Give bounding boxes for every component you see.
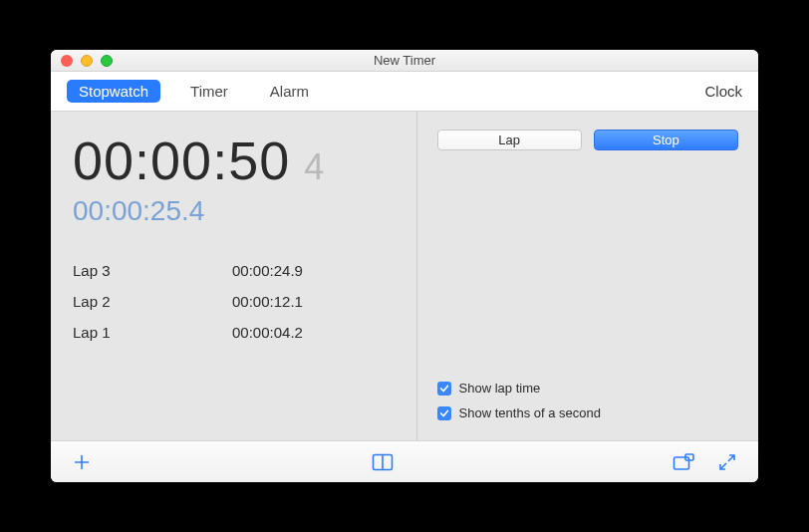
stop-button[interactable]: Stop: [594, 130, 738, 150]
toolbar: Stopwatch Timer Alarm Clock: [51, 72, 758, 112]
elapsed-time: 00:00:50: [73, 130, 290, 191]
controls-panel: Lap Stop Show lap time Show tenths of a …: [417, 112, 758, 440]
close-icon[interactable]: [61, 55, 73, 67]
window-controls: [61, 55, 113, 67]
lap-label: Lap 1: [73, 324, 232, 341]
picture-in-picture-icon[interactable]: [669, 447, 698, 477]
lap-row: Lap 1 00:00:04.2: [73, 317, 399, 348]
tab-clock[interactable]: Clock: [704, 83, 742, 100]
elapsed-time-row: 00:00:50 4: [73, 130, 399, 191]
lap-button[interactable]: Lap: [437, 130, 582, 150]
current-lap-time: 00:00:25.4: [73, 195, 399, 227]
lap-list: Lap 3 00:00:24.9 Lap 2 00:00:12.1 Lap 1 …: [73, 255, 399, 348]
tab-stopwatch[interactable]: Stopwatch: [67, 80, 160, 103]
minimize-icon[interactable]: [81, 55, 93, 67]
footer-toolbar: [51, 440, 758, 482]
svg-line-6: [728, 455, 734, 461]
checkbox-checked-icon: [437, 382, 451, 396]
zoom-icon[interactable]: [101, 55, 113, 67]
lap-value: 00:00:12.1: [232, 293, 303, 310]
show-tenths-label: Show tenths of a second: [459, 405, 601, 420]
button-row: Lap Stop: [437, 130, 738, 150]
book-icon[interactable]: [368, 447, 398, 477]
checkbox-checked-icon: [437, 406, 451, 420]
elapsed-tenth: 4: [304, 146, 324, 188]
lap-value: 00:00:24.9: [232, 262, 303, 279]
mode-tabs: Stopwatch Timer Alarm: [67, 80, 321, 103]
lap-row: Lap 3 00:00:24.9: [73, 255, 399, 286]
tab-timer[interactable]: Timer: [178, 80, 240, 103]
show-lap-label: Show lap time: [459, 381, 541, 396]
window-title: New Timer: [51, 53, 758, 68]
lap-label: Lap 3: [73, 262, 232, 279]
time-panel: 00:00:50 4 00:00:25.4 Lap 3 00:00:24.9 L…: [51, 112, 417, 440]
lap-row: Lap 2 00:00:12.1: [73, 286, 399, 317]
lap-value: 00:00:04.2: [232, 324, 303, 341]
app-window: New Timer Stopwatch Timer Alarm Clock 00…: [51, 50, 758, 482]
svg-line-7: [720, 463, 726, 469]
lap-label: Lap 2: [73, 293, 232, 310]
content-area: 00:00:50 4 00:00:25.4 Lap 3 00:00:24.9 L…: [51, 112, 758, 440]
show-tenths-checkbox[interactable]: Show tenths of a second: [437, 405, 738, 420]
show-lap-checkbox[interactable]: Show lap time: [437, 381, 738, 396]
titlebar: New Timer: [51, 50, 758, 72]
expand-icon[interactable]: [712, 447, 742, 477]
add-button[interactable]: [67, 447, 97, 477]
svg-rect-4: [674, 457, 689, 469]
tab-alarm[interactable]: Alarm: [258, 80, 321, 103]
options: Show lap time Show tenths of a second: [437, 371, 738, 426]
